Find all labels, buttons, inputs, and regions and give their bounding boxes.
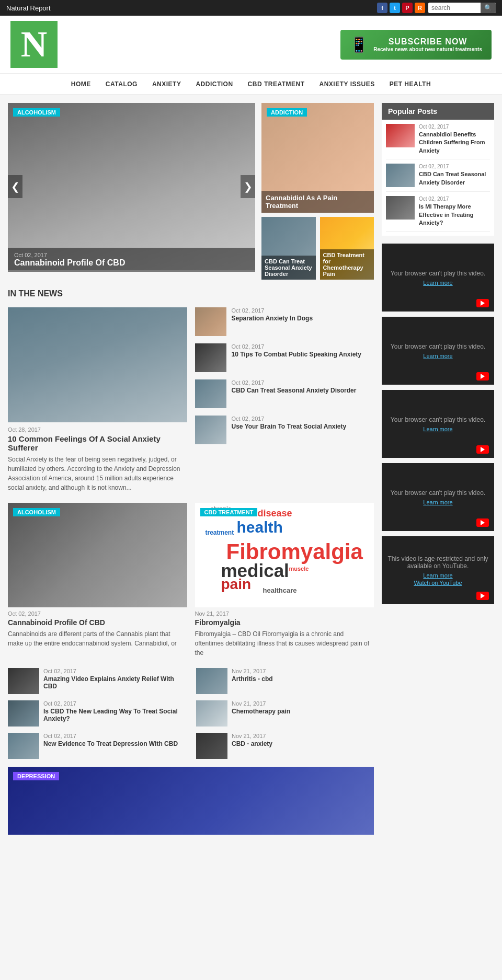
pinterest-icon[interactable]: P (402, 3, 413, 13)
small-title-2[interactable]: Is CBD The New Leading Way To Treat Soci… (43, 708, 186, 722)
main-content: ALCOHOLISM ❮ ❯ Oct 02, 2017 Cannabinoid … (0, 95, 502, 843)
hero-badge[interactable]: ALCOHOLISM (13, 108, 60, 117)
social-icons: f t P R (377, 3, 425, 13)
small-article-r3[interactable]: Nov 21, 2017 CBD - anxiety (196, 733, 374, 759)
popular-title-2[interactable]: CBD Can Treat Seasonal Anxiety Disorder (419, 170, 490, 187)
popular-item-3[interactable]: Oct 02, 2017 Is MI Therapy More Effectiv… (386, 196, 490, 232)
nav-anxiety[interactable]: ANXIETY (145, 74, 189, 94)
news-main-title[interactable]: 10 Common Feelings Of A Social Anxiety S… (8, 434, 187, 452)
news-item[interactable]: Oct 02, 2017 Use Your Brain To Treat Soc… (195, 416, 374, 444)
twitter-icon[interactable]: t (390, 3, 400, 13)
side-card-badge[interactable]: ADDICTION (267, 108, 307, 117)
small-article-3[interactable]: Oct 02, 2017 New Evidence To Treat Depre… (8, 733, 186, 759)
depression-badge[interactable]: Depression (13, 772, 59, 780)
video-text-2: Your browser can't play this video. (391, 343, 485, 350)
nav-home[interactable]: HOME (64, 74, 98, 94)
hero-caption: Oct 02, 2017 Cannabinoid Profile Of CBD (8, 248, 255, 272)
small-title-r1[interactable]: Arthritis - cbd (232, 675, 273, 683)
article-date-2: Nov 21, 2017 (195, 610, 374, 617)
rss-icon[interactable]: R (415, 3, 425, 13)
main-nav: HOME CATALOG ANXIETY ADDICTION CBD TREAT… (0, 74, 502, 95)
small-date-r2: Nov 21, 2017 (232, 700, 290, 707)
small-title-r2[interactable]: Chemotherapy pain (232, 708, 290, 715)
watch-youtube-link[interactable]: Watch on YouTube (414, 580, 462, 586)
youtube-icon-1 (476, 299, 489, 307)
small-article-1[interactable]: Oct 02, 2017 Amazing Video Explains Anxi… (8, 668, 186, 694)
slider-next-button[interactable]: ❯ (241, 175, 255, 198)
word-health: health (237, 518, 283, 536)
article-excerpt-1: Cannabinoids are different parts of the … (8, 629, 187, 648)
small-date-1: Oct 02, 2017 (43, 668, 186, 674)
logo-box: N (10, 21, 58, 68)
popular-title-1[interactable]: Cannabidiol Benefits Children Suffering … (419, 131, 490, 155)
side-card-small-1-caption: CBD Can Treat Seasonal Anxiety Disorder (261, 256, 316, 280)
small-title-1[interactable]: Amazing Video Explains Anxiety Relief Wi… (43, 675, 186, 690)
news-item[interactable]: Oct 02, 2017 Separation Anxiety In Dogs (195, 307, 374, 336)
video-panel-1: Your browser can't play this video. Lear… (382, 244, 494, 312)
nav-addiction[interactable]: ADDICTION (188, 74, 240, 94)
hero-title[interactable]: Cannabinoid Profile Of CBD (14, 258, 249, 268)
small-articles-section: Oct 02, 2017 Amazing Video Explains Anxi… (8, 668, 374, 759)
word-healthcare: healthcare (263, 586, 297, 594)
learn-more-5[interactable]: Learn more (423, 572, 452, 579)
nav-catalog[interactable]: CATALOG (98, 74, 145, 94)
popular-item-2[interactable]: Oct 02, 2017 CBD Can Treat Seasonal Anxi… (386, 164, 490, 192)
small-date-r3: Nov 21, 2017 (232, 733, 272, 739)
news-main-image (8, 307, 187, 422)
popular-info-1: Oct 02, 2017 Cannabidiol Benefits Childr… (419, 124, 490, 155)
popular-date-2: Oct 02, 2017 (419, 164, 490, 169)
small-article-2[interactable]: Oct 02, 2017 Is CBD The New Leading Way … (8, 700, 186, 727)
news-main-date: Oct 28, 2017 (8, 426, 187, 433)
learn-more-3[interactable]: Learn more (423, 426, 452, 432)
article-badge-2[interactable]: CBD Treatment (200, 508, 258, 516)
news-item-title-3[interactable]: CBD Can Treat Seasonal Anxiety Disorder (232, 387, 357, 394)
news-item-info-3: Oct 02, 2017 CBD Can Treat Seasonal Anxi… (232, 379, 357, 394)
nav-pet[interactable]: PET HEALTH (382, 74, 438, 94)
news-item[interactable]: Oct 02, 2017 10 Tips To Combat Public Sp… (195, 343, 374, 372)
popular-thumb-1 (386, 124, 415, 147)
news-item-info-1: Oct 02, 2017 Separation Anxiety In Dogs (232, 307, 313, 322)
article-title-2[interactable]: Fibromyalgia (195, 618, 374, 627)
news-item[interactable]: Oct 02, 2017 CBD Can Treat Seasonal Anxi… (195, 379, 374, 408)
top-bar: Natural Report f t P R 🔍 (0, 0, 502, 16)
side-card-main[interactable]: ADDICTION Cannabidiol As A Pain Treatmen… (261, 103, 374, 213)
youtube-icon-4 (476, 518, 489, 527)
search-input[interactable] (428, 3, 481, 13)
nav-cbd[interactable]: CBD TREATMENT (241, 74, 312, 94)
small-article-r2[interactable]: Nov 21, 2017 Chemotherapy pain (196, 700, 374, 727)
youtube-icon-5 (476, 592, 489, 600)
side-card-small-2[interactable]: CBD Treatment for Chemotherapy Pain (320, 217, 374, 280)
side-card-small-1[interactable]: CBD Can Treat Seasonal Anxiety Disorder (261, 217, 316, 280)
news-item-title-4[interactable]: Use Your Brain To Treat Social Anxiety (232, 423, 347, 430)
small-article-info-1: Oct 02, 2017 Amazing Video Explains Anxi… (43, 668, 186, 690)
small-date-r1: Nov 21, 2017 (232, 668, 273, 674)
facebook-icon[interactable]: f (377, 3, 387, 13)
small-title-3[interactable]: New Evidence To Treat Depression With CB… (43, 740, 178, 747)
nav-anxiety-issues[interactable]: ANXIETY ISSUES (312, 74, 382, 94)
article-badge-1[interactable]: Alcoholism (13, 508, 60, 516)
learn-more-1[interactable]: Learn more (423, 280, 452, 286)
learn-more-4[interactable]: Learn more (423, 499, 452, 505)
small-title-r3[interactable]: CBD - anxiety (232, 740, 272, 747)
search-button[interactable]: 🔍 (481, 3, 496, 13)
article-excerpt-2: Fibromyalgia – CBD Oil Fibromyalgia is a… (195, 629, 374, 658)
article-title-1[interactable]: Cannabinoid Profile Of CBD (8, 618, 187, 627)
news-item-title-1[interactable]: Separation Anxiety In Dogs (232, 315, 313, 322)
small-thumb-1 (8, 668, 39, 694)
news-item-title-2[interactable]: 10 Tips To Combat Public Speaking Anxiet… (232, 351, 362, 358)
popular-item-1[interactable]: Oct 02, 2017 Cannabidiol Benefits Childr… (386, 124, 490, 159)
side-card-caption: Cannabidiol As A Pain Treatment (261, 191, 374, 213)
popular-date-1: Oct 02, 2017 (419, 124, 490, 130)
slider-prev-button[interactable]: ❮ (8, 175, 22, 198)
popular-thumb-2 (386, 164, 415, 187)
small-article-r1[interactable]: Nov 21, 2017 Arthritis - cbd (196, 668, 374, 694)
news-thumb-3 (195, 379, 226, 408)
learn-more-2[interactable]: Learn more (423, 353, 452, 359)
subscribe-button[interactable]: 📱 SUBSCRIBE NOW Receive news about new n… (340, 30, 492, 60)
right-sidebar: Popular Posts Oct 02, 2017 Cannabidiol B… (382, 103, 494, 835)
news-main-excerpt: Social Anxiety is the fear of being seen… (8, 455, 187, 492)
logo[interactable]: N (10, 21, 58, 68)
depression-card[interactable]: Depression (8, 767, 374, 835)
hero-date: Oct 02, 2017 (14, 252, 249, 258)
popular-title-3[interactable]: Is MI Therapy More Effective in Treating… (419, 203, 490, 227)
